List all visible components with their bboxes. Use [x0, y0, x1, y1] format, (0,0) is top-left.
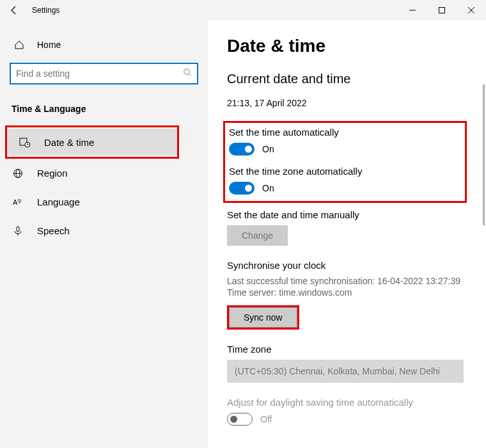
home-icon — [13, 40, 26, 50]
auto-time-state: On — [262, 144, 274, 154]
arrow-left-icon — [9, 5, 19, 15]
sidebar-item-label: Region — [37, 168, 68, 179]
minimize-icon — [409, 7, 416, 13]
auto-time-label: Set the time automatically — [229, 127, 459, 138]
sync-server: Time server: time.windows.com — [227, 287, 467, 298]
section-label: Time & Language — [0, 97, 208, 125]
svg-rect-1 — [439, 8, 445, 13]
minimize-button[interactable] — [398, 0, 427, 20]
titlebar: Settings — [0, 0, 486, 20]
current-datetime: 21:13, 17 April 2022 — [227, 98, 467, 108]
search-box[interactable] — [10, 63, 198, 84]
close-button[interactable] — [457, 0, 486, 20]
search-input[interactable] — [16, 68, 183, 79]
main-content: Date & time Current date and time 21:13,… — [208, 20, 486, 448]
close-icon — [468, 7, 474, 13]
highlight-date-time: Date & time — [5, 125, 179, 159]
window-controls — [398, 0, 486, 20]
window-title: Settings — [32, 6, 59, 15]
svg-text:字: 字 — [17, 199, 22, 204]
tz-title: Time zone — [227, 344, 467, 355]
sidebar-item-label: Date & time — [44, 137, 94, 148]
manual-label: Set the date and time manually — [227, 209, 467, 220]
svg-point-4 — [184, 69, 190, 75]
auto-tz-toggle[interactable] — [229, 182, 255, 195]
sidebar-item-label: Language — [37, 196, 80, 207]
home-label: Home — [37, 40, 61, 50]
page-title: Date & time — [227, 36, 467, 56]
maximize-icon — [439, 7, 445, 13]
dst-state: Off — [260, 414, 272, 424]
sidebar-item-date-time[interactable]: Date & time — [7, 129, 177, 156]
sidebar-item-language[interactable]: A字 Language — [0, 189, 208, 215]
timezone-select: (UTC+05:30) Chennai, Kolkata, Mumbai, Ne… — [227, 360, 464, 383]
dst-label: Adjust for daylight saving time automati… — [227, 397, 467, 408]
svg-rect-15 — [17, 227, 19, 232]
sidebar-item-speech[interactable]: Speech — [0, 218, 208, 244]
dst-toggle — [227, 413, 253, 426]
highlight-sync-button: Sync now — [227, 305, 299, 330]
svg-line-5 — [189, 74, 191, 76]
auto-tz-state: On — [262, 183, 274, 193]
sync-now-button[interactable]: Sync now — [229, 307, 297, 328]
change-button: Change — [227, 225, 288, 246]
scrollbar[interactable] — [483, 84, 485, 225]
sync-last: Last successful time synchronisation: 16… — [227, 276, 467, 286]
maximize-button[interactable] — [427, 0, 457, 20]
sync-title: Synchronise your clock — [227, 260, 467, 271]
search-icon — [183, 68, 192, 79]
home-button[interactable]: Home — [0, 33, 208, 56]
calendar-clock-icon — [19, 136, 31, 148]
language-icon: A字 — [12, 197, 24, 207]
sidebar-item-region[interactable]: Region — [0, 160, 208, 186]
globe-icon — [12, 168, 24, 179]
highlight-auto-toggles: Set the time automatically On Set the ti… — [223, 121, 467, 203]
microphone-icon — [12, 226, 24, 236]
sidebar-item-label: Speech — [37, 225, 70, 236]
back-button[interactable] — [0, 0, 28, 20]
subtitle: Current date and time — [227, 72, 467, 86]
auto-tz-label: Set the time zone automatically — [229, 166, 459, 177]
auto-time-toggle[interactable] — [229, 143, 255, 156]
sidebar: Home Time & Language Date & time Region — [0, 20, 208, 448]
